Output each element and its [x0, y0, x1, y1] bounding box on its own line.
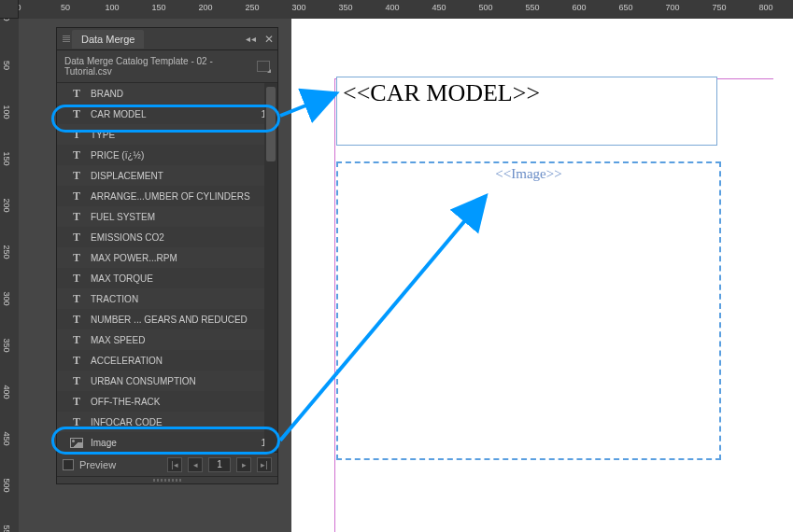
- text-field-icon: T: [73, 272, 80, 286]
- panel-tab[interactable]: Data Merge: [72, 30, 144, 49]
- text-field-icon: T: [73, 128, 80, 142]
- nav-next-button[interactable]: ▸: [236, 457, 251, 472]
- field-label: ARRANGE...UMBER OF CYLINDERS: [91, 191, 259, 202]
- field-row-price-[interactable]: TPRICE (ï¿½): [57, 145, 277, 165]
- text-field-icon: T: [73, 333, 80, 347]
- nav-first-button[interactable]: |◂: [167, 457, 182, 472]
- field-row-infocar-code[interactable]: TINFOCAR CODE: [57, 412, 277, 432]
- field-label: Image: [91, 438, 253, 448]
- text-field-icon: T: [73, 251, 80, 265]
- preview-label: Preview: [79, 459, 116, 470]
- text-field-icon: T: [73, 354, 80, 368]
- text-field-icon: T: [73, 169, 80, 183]
- panel-header[interactable]: Data Merge ◂◂ ✕: [57, 28, 277, 50]
- data-source-row: Data Merge Catalog Template - 02 - Tutor…: [57, 50, 277, 83]
- image-field-icon: [70, 438, 83, 448]
- panel-menu-icon[interactable]: ◂◂: [246, 34, 257, 44]
- field-row-fuel-system[interactable]: TFUEL SYSTEM: [57, 206, 277, 227]
- text-field-icon: T: [73, 189, 80, 203]
- nav-last-button[interactable]: ▸|: [257, 457, 272, 472]
- preview-checkbox[interactable]: [63, 459, 74, 470]
- close-icon[interactable]: ✕: [264, 33, 274, 46]
- field-row-number-gears-and-reduced[interactable]: TNUMBER ... GEARS AND REDUCED: [57, 309, 277, 329]
- field-label: EMISSIONS CO2: [91, 232, 259, 243]
- scrollbar-thumb[interactable]: [266, 87, 276, 161]
- field-label: NUMBER ... GEARS AND REDUCED: [91, 315, 259, 325]
- text-field-icon: T: [73, 292, 80, 306]
- field-label: ACCELERATION: [91, 356, 259, 366]
- ruler-vertical: 050100150200250300350400450500550: [0, 19, 19, 532]
- field-label: INFOCAR CODE: [91, 417, 259, 427]
- text-field-icon: T: [73, 107, 80, 121]
- panel-resize-handle[interactable]: [57, 476, 277, 483]
- select-source-button[interactable]: [257, 61, 270, 72]
- nav-prev-button[interactable]: ◂: [188, 457, 203, 472]
- text-field-icon: T: [73, 87, 80, 101]
- field-label: MAX SPEED: [91, 335, 259, 345]
- panel-footer: Preview |◂ ◂ 1 ▸ ▸|: [57, 452, 277, 476]
- field-label: PRICE (ï¿½): [91, 150, 259, 161]
- text-field-icon: T: [73, 415, 80, 429]
- field-row-type[interactable]: TTYPE: [57, 124, 277, 145]
- text-field-icon: T: [73, 231, 80, 245]
- field-row-max-power-rpm[interactable]: TMAX POWER...RPM: [57, 247, 277, 268]
- field-label: TRACTION: [91, 294, 259, 304]
- text-field-icon: T: [73, 395, 80, 409]
- document-canvas[interactable]: <<CAR MODEL>> <<Image>>: [291, 19, 793, 532]
- panel-grip[interactable]: [61, 34, 72, 44]
- data-source-filename: Data Merge Catalog Template - 02 - Tutor…: [64, 56, 257, 77]
- field-label: OFF-THE-RACK: [91, 397, 259, 407]
- text-frame-car-model[interactable]: <<CAR MODEL>>: [336, 77, 717, 146]
- field-row-off-the-rack[interactable]: TOFF-THE-RACK: [57, 391, 277, 412]
- nav-page-input[interactable]: 1: [208, 457, 231, 472]
- field-label: DISPLACEMENT: [91, 171, 259, 181]
- text-placeholder: <<CAR MODEL>>: [337, 77, 716, 109]
- field-row-urban-consumption[interactable]: TURBAN CONSUMPTION: [57, 371, 277, 391]
- scrollbar[interactable]: [264, 83, 277, 452]
- field-row-emissions-co2[interactable]: TEMISSIONS CO2: [57, 227, 277, 247]
- field-label: BRAND: [91, 89, 259, 99]
- field-label: MAX POWER...RPM: [91, 253, 259, 263]
- ruler-horizontal: 0501001502002503003504004505005506006507…: [19, 0, 793, 19]
- field-row-traction[interactable]: TTRACTION: [57, 288, 277, 309]
- field-row-acceleration[interactable]: TACCELERATION: [57, 350, 277, 371]
- image-frame[interactable]: <<Image>>: [336, 161, 721, 460]
- field-list[interactable]: TBRANDTCAR MODEL1TTYPETPRICE (ï¿½)TDISPL…: [57, 83, 277, 452]
- text-field-icon: T: [73, 313, 80, 327]
- field-row-car-model[interactable]: TCAR MODEL1: [57, 104, 277, 124]
- field-label: MAX TORQUE: [91, 273, 259, 284]
- text-field-icon: T: [73, 374, 80, 388]
- field-row-max-speed[interactable]: TMAX SPEED: [57, 329, 277, 350]
- text-field-icon: T: [73, 148, 80, 162]
- field-row-image[interactable]: Image1: [57, 432, 277, 452]
- field-label: FUEL SYSTEM: [91, 212, 259, 222]
- ruler-corner: [0, 0, 19, 19]
- field-label: URBAN CONSUMPTION: [91, 376, 259, 386]
- field-row-brand[interactable]: TBRAND: [57, 83, 277, 104]
- field-label: TYPE: [91, 130, 259, 140]
- field-row-displacement[interactable]: TDISPLACEMENT: [57, 165, 277, 186]
- image-placeholder: <<Image>>: [338, 163, 719, 182]
- field-row-max-torque[interactable]: TMAX TORQUE: [57, 268, 277, 288]
- text-field-icon: T: [73, 210, 80, 224]
- field-label: CAR MODEL: [91, 109, 253, 119]
- field-row-arrange-umber-of-cylinders[interactable]: TARRANGE...UMBER OF CYLINDERS: [57, 186, 277, 206]
- data-merge-panel[interactable]: Data Merge ◂◂ ✕ Data Merge Catalog Templ…: [56, 27, 278, 484]
